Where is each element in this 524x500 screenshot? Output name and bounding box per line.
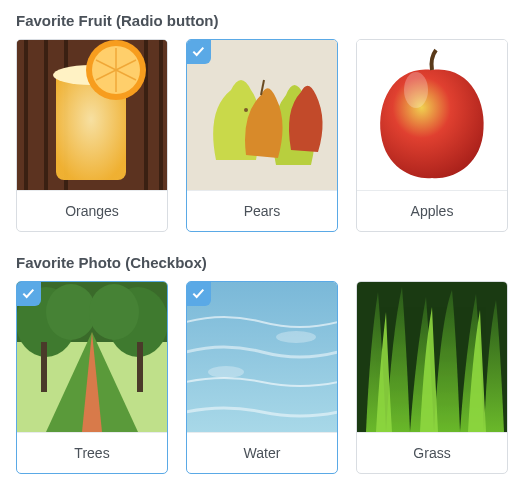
image-trees [17, 282, 167, 432]
svg-point-18 [244, 108, 248, 112]
svg-point-29 [89, 284, 139, 340]
image-pears [187, 40, 337, 190]
section-favorite-photo: Favorite Photo (Checkbox) Trees [16, 254, 508, 474]
card-label: Apples [357, 190, 507, 231]
svg-rect-30 [41, 342, 47, 392]
image-oranges [17, 40, 167, 190]
card-pears[interactable]: Pears [186, 39, 338, 232]
image-apples [357, 40, 507, 190]
section-title: Favorite Photo (Checkbox) [16, 254, 508, 271]
svg-point-33 [208, 366, 244, 378]
card-label: Trees [17, 432, 167, 473]
card-oranges[interactable]: Oranges [16, 39, 168, 232]
svg-point-28 [46, 284, 96, 340]
svg-rect-31 [137, 342, 143, 392]
card-label: Grass [357, 432, 507, 473]
card-label: Pears [187, 190, 337, 231]
svg-point-34 [276, 331, 316, 343]
image-grass [357, 282, 507, 432]
card-grass[interactable]: Grass [356, 281, 508, 474]
card-row: Trees Water [16, 281, 508, 474]
section-favorite-fruit: Favorite Fruit (Radio button) Oranges [16, 12, 508, 232]
card-label: Water [187, 432, 337, 473]
section-title: Favorite Fruit (Radio button) [16, 12, 508, 29]
check-icon [186, 39, 211, 64]
check-icon [16, 281, 41, 306]
card-trees[interactable]: Trees [16, 281, 168, 474]
card-apples[interactable]: Apples [356, 39, 508, 232]
card-label: Oranges [17, 190, 167, 231]
card-row: Oranges Pears [16, 39, 508, 232]
image-water [187, 282, 337, 432]
check-icon [186, 281, 211, 306]
card-water[interactable]: Water [186, 281, 338, 474]
svg-point-21 [404, 72, 428, 108]
